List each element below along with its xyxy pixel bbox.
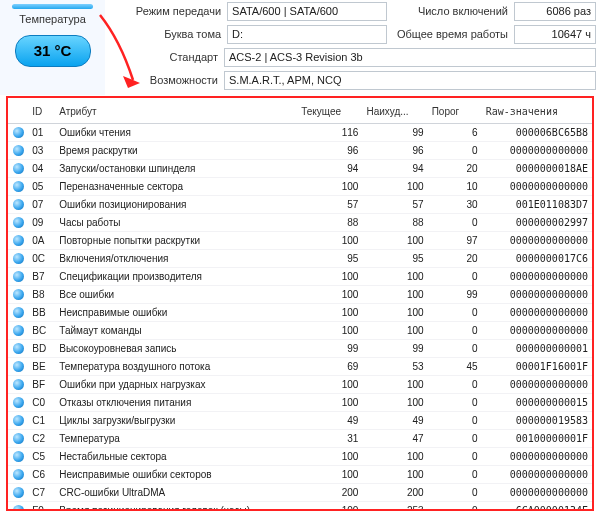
volume-letter-label: Буква тома	[105, 28, 227, 40]
cell-threshold: 0	[428, 304, 482, 322]
status-icon	[8, 304, 28, 322]
table-row[interactable]: F0Время позиционирования головок (часы)1…	[8, 502, 592, 512]
left-panel: Температура 31 °C	[0, 0, 105, 95]
cell-worst: 49	[362, 412, 427, 430]
status-icon	[8, 340, 28, 358]
cell-id: 01	[28, 124, 55, 142]
cell-current: 96	[297, 142, 362, 160]
standard-label: Стандарт	[105, 51, 224, 63]
blue-ball-icon	[13, 325, 24, 336]
info-row-standard: Стандарт ACS-2 | ACS-3 Revision 3b	[105, 46, 596, 68]
table-row[interactable]: BBНеисправимые ошибки1001000000000000000…	[8, 304, 592, 322]
cell-worst: 100	[362, 466, 427, 484]
volume-letter-value: D:	[227, 25, 387, 44]
cell-id: 09	[28, 214, 55, 232]
col-header-attr[interactable]: Атрибут	[55, 98, 297, 124]
total-hours-value: 10647 ч	[514, 25, 596, 44]
cell-id: B8	[28, 286, 55, 304]
col-header-current[interactable]: Текущее	[297, 98, 362, 124]
col-header-icon[interactable]	[8, 98, 28, 124]
cell-threshold: 0	[428, 412, 482, 430]
cell-raw: 0000000000000	[482, 322, 592, 340]
table-row[interactable]: 0CВключения/отключения9595200000000017C6	[8, 250, 592, 268]
status-icon	[8, 376, 28, 394]
col-header-id[interactable]: ID	[28, 98, 55, 124]
table-row[interactable]: BEТемпература воздушного потока695345000…	[8, 358, 592, 376]
table-row[interactable]: BDВысокоуровневая запись9999000000000000…	[8, 340, 592, 358]
cell-raw: 000006BC65B8	[482, 124, 592, 142]
table-row[interactable]: BCТаймаут команды10010000000000000000	[8, 322, 592, 340]
table-row[interactable]: 07Ошибки позиционирования575730001E01108…	[8, 196, 592, 214]
cell-current: 100	[297, 322, 362, 340]
table-row[interactable]: C5Нестабильные сектора100100000000000000…	[8, 448, 592, 466]
table-row[interactable]: C0Отказы отключения питания1001000000000…	[8, 394, 592, 412]
info-row-transfer: Режим передачи SATA/600 | SATA/600 Число…	[105, 0, 596, 22]
cell-threshold: 20	[428, 160, 482, 178]
table-row[interactable]: C2Температура3147000100000001F	[8, 430, 592, 448]
cell-raw: 00100000001F	[482, 430, 592, 448]
table-row[interactable]: B8Все ошибки100100990000000000000	[8, 286, 592, 304]
blue-ball-icon	[13, 145, 24, 156]
standard-value: ACS-2 | ACS-3 Revision 3b	[224, 48, 596, 67]
blue-ball-icon	[13, 181, 24, 192]
table-row[interactable]: C1Циклы загрузки/выгрузки494900000000195…	[8, 412, 592, 430]
col-header-threshold[interactable]: Порог	[428, 98, 482, 124]
cell-threshold: 45	[428, 358, 482, 376]
cell-current: 100	[297, 502, 362, 512]
cell-raw: 000000002997	[482, 214, 592, 232]
transfer-mode-value: SATA/600 | SATA/600	[227, 2, 387, 21]
status-icon	[8, 322, 28, 340]
cell-threshold: 0	[428, 376, 482, 394]
status-icon	[8, 394, 28, 412]
cell-id: BE	[28, 358, 55, 376]
table-row[interactable]: B7Спецификации производителя100100000000…	[8, 268, 592, 286]
cell-raw: 0000000017C6	[482, 250, 592, 268]
temperature-label: Температура	[0, 13, 105, 25]
cell-raw: 000000019583	[482, 412, 592, 430]
blue-ball-icon	[13, 217, 24, 228]
cell-id: 05	[28, 178, 55, 196]
cell-id: 04	[28, 160, 55, 178]
blue-ball-icon	[13, 397, 24, 408]
cell-threshold: 0	[428, 322, 482, 340]
smart-table: ID Атрибут Текущее Наихуд... Порог Raw-з…	[8, 98, 592, 511]
table-row[interactable]: BFОшибки при ударных нагрузках1001000000…	[8, 376, 592, 394]
table-row[interactable]: 09Часы работы88880000000002997	[8, 214, 592, 232]
cell-raw: 0000000000000	[482, 376, 592, 394]
table-row[interactable]: 03Время раскрутки969600000000000000	[8, 142, 592, 160]
cell-attr: Часы работы	[55, 214, 297, 232]
cell-threshold: 10	[428, 178, 482, 196]
table-row[interactable]: C7CRC-ошибки UltraDMA2002000000000000000…	[8, 484, 592, 502]
cell-raw: 00001F16001F	[482, 358, 592, 376]
table-row[interactable]: C6Неисправимые ошибки секторов1001000000…	[8, 466, 592, 484]
table-row[interactable]: 0AПовторные попытки раскрутки10010097000…	[8, 232, 592, 250]
cell-id: B7	[28, 268, 55, 286]
status-icon	[8, 160, 28, 178]
status-icon	[8, 268, 28, 286]
cell-attr: CRC-ошибки UltraDMA	[55, 484, 297, 502]
blue-ball-icon	[13, 163, 24, 174]
cell-threshold: 0	[428, 448, 482, 466]
cell-worst: 99	[362, 124, 427, 142]
table-row[interactable]: 04Запуски/остановки шпинделя949420000000…	[8, 160, 592, 178]
status-icon	[8, 358, 28, 376]
cell-raw: 001E011083D7	[482, 196, 592, 214]
table-row[interactable]: 01Ошибки чтения116996000006BC65B8	[8, 124, 592, 142]
cell-raw: 0000000000000	[482, 286, 592, 304]
cell-current: 100	[297, 304, 362, 322]
blue-ball-icon	[13, 199, 24, 210]
cell-worst: 100	[362, 304, 427, 322]
cell-id: C0	[28, 394, 55, 412]
features-label: Возможности	[105, 74, 224, 86]
temperature-value: 31 °C	[15, 35, 91, 67]
cell-threshold: 20	[428, 250, 482, 268]
cell-attr: Спецификации производителя	[55, 268, 297, 286]
cell-current: 31	[297, 430, 362, 448]
cell-raw: 0000000000000	[482, 232, 592, 250]
blue-ball-icon	[13, 415, 24, 426]
table-row[interactable]: 05Переназначенные сектора100100100000000…	[8, 178, 592, 196]
col-header-worst[interactable]: Наихуд...	[362, 98, 427, 124]
status-icon	[8, 178, 28, 196]
blue-ball-icon	[13, 505, 24, 511]
col-header-raw[interactable]: Raw-значения	[482, 98, 592, 124]
